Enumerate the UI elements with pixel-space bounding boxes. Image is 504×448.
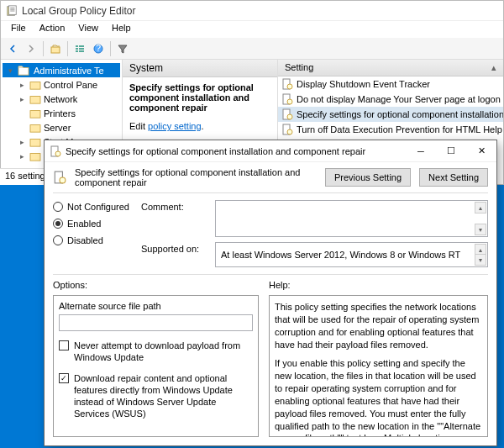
checkbox-icon[interactable]: [59, 340, 69, 350]
list-item-selected[interactable]: Specify settings for optional component …: [278, 107, 503, 122]
dialog-header: Specify settings for optional component …: [45, 162, 496, 192]
svg-rect-15: [30, 82, 40, 89]
scroll-down-icon[interactable]: ▾: [475, 254, 486, 266]
svg-point-22: [287, 84, 292, 89]
lower-section: Options: Alternate source file path Neve…: [45, 275, 496, 445]
toolbar: ?: [1, 38, 503, 60]
chevron-up-icon: ▴: [491, 62, 496, 73]
svg-rect-17: [30, 110, 40, 118]
folder-icon: [29, 108, 41, 119]
svg-point-26: [287, 114, 292, 119]
scroll-up-icon[interactable]: ▴: [475, 202, 486, 213]
folder-icon: [29, 123, 41, 133]
policy-title: Specify settings for optional component …: [129, 82, 270, 113]
svg-rect-19: [30, 139, 40, 146]
back-button[interactable]: [4, 40, 21, 57]
expand-icon[interactable]: ▸: [18, 80, 27, 89]
column-header[interactable]: Setting▴: [278, 60, 503, 76]
titlebar: Local Group Policy Editor: [1, 1, 503, 21]
svg-rect-8: [76, 48, 78, 50]
menu-help[interactable]: Help: [105, 21, 138, 38]
radio-not-configured[interactable]: Not Configured: [53, 202, 129, 212]
list-button[interactable]: [71, 40, 88, 57]
folder-icon: [29, 151, 41, 161]
filter-button[interactable]: [114, 40, 131, 57]
list-item[interactable]: Display Shutdown Event Tracker: [278, 76, 503, 92]
folder-icon: [29, 137, 41, 147]
list-item[interactable]: Turn off Data Execution Prevention for H…: [278, 122, 503, 137]
panel-header: System: [123, 60, 277, 77]
checkbox-checked-icon[interactable]: ✓: [59, 373, 69, 383]
expand-icon[interactable]: ▸: [18, 137, 27, 146]
menubar: File Action View Help: [1, 21, 503, 38]
menu-file[interactable]: File: [4, 21, 33, 38]
minimize-button[interactable]: ─: [406, 140, 436, 162]
tree-label: Administrative Te: [32, 66, 104, 76]
comment-label: Comment:: [141, 200, 208, 212]
tree-item-server[interactable]: ▸Server: [3, 120, 120, 134]
help-button[interactable]: ?: [90, 40, 107, 57]
policy-icon: [281, 78, 293, 90]
svg-rect-16: [30, 96, 40, 103]
svg-rect-5: [51, 47, 60, 53]
forward-button[interactable]: [23, 40, 39, 57]
svg-rect-20: [30, 153, 40, 161]
options-panel: Alternate source file path Never attempt…: [53, 295, 259, 437]
next-setting-button[interactable]: Next Setting: [419, 168, 488, 187]
supported-on-field: At least Windows Server 2012, Windows 8 …: [215, 242, 488, 267]
tree-item-printers[interactable]: ▸Printers: [3, 106, 120, 120]
policy-icon: [281, 93, 293, 105]
policy-icon: [281, 108, 293, 120]
policy-icon: [281, 124, 293, 135]
collapse-icon[interactable]: ▾: [6, 66, 15, 75]
check-never-download[interactable]: Never attempt to download payload from W…: [59, 340, 253, 364]
comment-textarea[interactable]: ▴ ▾: [215, 200, 488, 237]
edit-line: Edit policy setting.: [129, 121, 270, 131]
svg-rect-11: [79, 50, 84, 52]
svg-point-28: [287, 129, 292, 134]
maximize-button[interactable]: ☐: [436, 140, 466, 162]
dialog-subtitle: Specify settings for optional component …: [75, 167, 317, 187]
close-button[interactable]: ✕: [466, 140, 496, 162]
svg-rect-9: [79, 48, 84, 50]
tree-item-network[interactable]: ▸Network: [3, 92, 120, 106]
svg-point-32: [60, 177, 66, 183]
check-download-direct[interactable]: ✓ Download repair content and optional f…: [59, 372, 253, 420]
alt-path-input[interactable]: [59, 314, 253, 331]
window-title: Local Group Policy Editor: [22, 5, 135, 17]
help-label: Help:: [269, 280, 488, 290]
state-radio-group: Not Configured Enabled Disabled: [53, 200, 129, 267]
folder-icon: [29, 94, 41, 104]
options-label: Options:: [53, 280, 259, 290]
expand-icon[interactable]: ▸: [18, 151, 27, 161]
svg-rect-14: [18, 67, 29, 75]
list-item[interactable]: Do not display Manage Your Server page a…: [278, 92, 503, 107]
radio-disabled[interactable]: Disabled: [53, 235, 129, 245]
up-button[interactable]: [47, 40, 64, 57]
previous-setting-button[interactable]: Previous Setting: [325, 168, 411, 187]
dialog-icon: [53, 171, 66, 184]
svg-text:?: ?: [96, 43, 101, 53]
tree-root[interactable]: ▾ Administrative Te: [3, 63, 120, 77]
app-icon: [6, 5, 18, 17]
policy-dialog: Specify settings for optional component …: [44, 140, 497, 446]
dialog-title: Specify settings for optional component …: [66, 146, 365, 156]
supported-label: Supported on:: [141, 242, 208, 254]
folder-icon: [18, 66, 29, 76]
svg-rect-10: [76, 50, 78, 52]
menu-action[interactable]: Action: [33, 21, 72, 38]
folder-icon: [29, 80, 41, 90]
svg-rect-1: [9, 5, 17, 14]
config-section: Not Configured Enabled Disabled Comment:…: [45, 193, 496, 274]
radio-enabled[interactable]: Enabled: [53, 219, 129, 229]
expand-icon[interactable]: ▸: [18, 94, 27, 103]
alt-path-label: Alternate source file path: [59, 301, 253, 311]
tree-item-control-panel[interactable]: ▸Control Pane: [3, 77, 120, 92]
svg-rect-18: [30, 124, 40, 132]
dialog-icon: [50, 145, 61, 157]
help-text: This policy setting specifies the networ…: [269, 295, 488, 437]
edit-policy-link[interactable]: policy setting: [148, 121, 202, 131]
svg-rect-7: [79, 45, 84, 47]
scroll-down-icon[interactable]: ▾: [475, 224, 486, 235]
menu-view[interactable]: View: [71, 21, 105, 38]
